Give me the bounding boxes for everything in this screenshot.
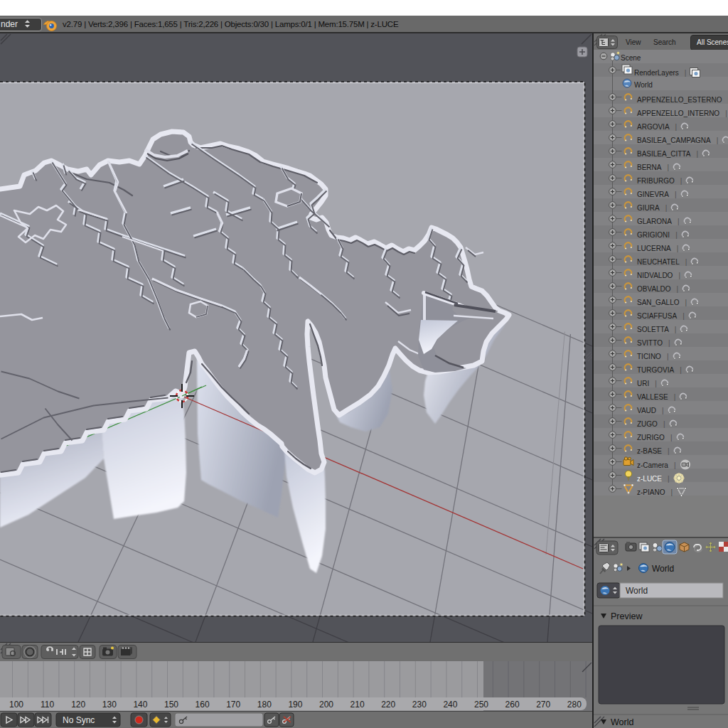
svg-text:250: 250 bbox=[474, 700, 488, 710]
svg-text:220: 220 bbox=[381, 700, 395, 710]
svg-text:150: 150 bbox=[164, 700, 178, 710]
svg-text:Preview: Preview bbox=[611, 611, 643, 621]
svg-text:180: 180 bbox=[257, 700, 272, 710]
svg-text:260: 260 bbox=[505, 700, 520, 710]
svg-text:200: 200 bbox=[319, 700, 333, 710]
svg-text:120: 120 bbox=[71, 700, 85, 710]
svg-text:190: 190 bbox=[288, 700, 302, 710]
svg-text:230: 230 bbox=[412, 700, 427, 710]
svg-text:270: 270 bbox=[536, 700, 550, 710]
svg-text:100: 100 bbox=[9, 700, 23, 710]
svg-text:No Sync: No Sync bbox=[63, 715, 95, 725]
svg-text:130: 130 bbox=[102, 700, 117, 710]
svg-text:World: World bbox=[611, 717, 633, 727]
svg-text:160: 160 bbox=[196, 700, 210, 710]
svg-text:210: 210 bbox=[350, 700, 365, 710]
svg-text:170: 170 bbox=[226, 700, 240, 710]
svg-text:140: 140 bbox=[133, 700, 147, 710]
svg-text:World: World bbox=[652, 564, 674, 574]
svg-text:280: 280 bbox=[567, 700, 582, 710]
svg-text:240: 240 bbox=[443, 700, 457, 710]
svg-text:110: 110 bbox=[41, 700, 54, 710]
svg-text:World: World bbox=[626, 586, 648, 596]
